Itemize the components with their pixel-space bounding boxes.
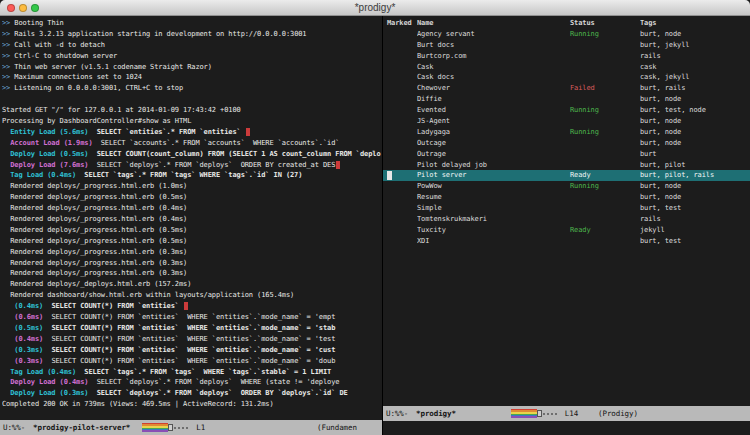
cell-marked: [387, 51, 417, 62]
service-row[interactable]: Agency servantRunningburt, node: [383, 29, 750, 40]
modeline-flags: U:%%-: [386, 409, 408, 418]
log-segment: Rendered deploys/_deploys.html.erb (157.…: [2, 280, 191, 288]
nyan-rainbow-icon: [142, 423, 168, 432]
log-segment: SELECT COUNT(*) FROM `entities` WHERE `e…: [43, 324, 335, 332]
cell-marked: [387, 160, 417, 171]
nyan-cat-icon: [168, 424, 173, 431]
service-row[interactable]: Diffieburt, node: [383, 94, 750, 105]
service-name: Diffie: [417, 94, 570, 105]
log-line: Rendered deploys/_progress.html.erb (0.3…: [2, 268, 382, 279]
log-line: Account Load (1.9ms) SELECT `accounts`.*…: [2, 138, 382, 149]
service-row[interactable]: EventedRunningburt, test, node: [383, 105, 750, 116]
log-segment: Rails 3.2.13 application starting in dev…: [10, 30, 306, 38]
ansi-cursor-block: [246, 128, 250, 136]
service-row[interactable]: Simpleburt, test: [383, 203, 750, 214]
log-segment: Rendered deploys/_progress.html.erb (0.5…: [2, 226, 187, 234]
nyan-mode-progress: [142, 423, 188, 432]
log-line: Entity Load (5.6ms) SELECT `entities`.* …: [2, 127, 382, 138]
status-badge: [570, 160, 640, 171]
service-row[interactable]: PowWowRunningburt, node: [383, 181, 750, 192]
header-cell-tags[interactable]: Tags: [640, 18, 750, 29]
cell-marked: [387, 203, 417, 214]
server-log-pane: >> Booting Thin>> Rails 3.2.13 applicati…: [0, 16, 383, 435]
nyan-track: [174, 427, 188, 429]
service-row[interactable]: TuxcityReadyjekyll: [383, 225, 750, 236]
service-row[interactable]: Pilot delayed jobburt, pilot: [383, 160, 750, 171]
service-row[interactable]: Pilot serverReadyburt, pilot, rails: [383, 170, 750, 181]
log-segment: SELECT COUNT(*) FROM `entities` WHERE `e…: [43, 346, 335, 354]
nyan-mode-progress: [511, 409, 557, 418]
log-line: Rendered deploys/_progress.html.erb (0.4…: [2, 214, 382, 225]
service-row[interactable]: Cask docscask, jekyll: [383, 72, 750, 83]
cell-marked: [387, 149, 417, 160]
log-segment: >>: [2, 52, 10, 60]
log-segment: Listening on 0.0.0.0:3001, CTRL+C to sto…: [10, 84, 183, 92]
service-tags: burt, node: [640, 192, 750, 203]
service-tags: burt, node: [640, 181, 750, 192]
modeline-major-mode: (Fundamen: [317, 423, 357, 432]
log-segment: Booting Thin: [10, 19, 64, 27]
service-name: Resume: [417, 192, 570, 203]
service-row[interactable]: Resumeburt, node: [383, 192, 750, 203]
prodigy-pane: MarkedNameStatusTags Agency servantRunni…: [383, 16, 750, 435]
status-badge: [570, 40, 640, 51]
service-row[interactable]: Burt docsburt, jekyll: [383, 40, 750, 51]
service-table-header[interactable]: MarkedNameStatusTags: [383, 18, 750, 29]
log-segment: Thin web server (v1.5.1 codename Straigh…: [10, 63, 212, 71]
log-segment: Rendered deploys/_progress.html.erb (1.0…: [2, 182, 187, 190]
service-name: XDI: [417, 236, 570, 247]
header-cell-name[interactable]: Name: [417, 18, 570, 29]
cell-marked: [387, 116, 417, 127]
cell-marked: [387, 214, 417, 225]
log-segment: Maximum connections set to 1024: [10, 73, 142, 81]
cell-marked: [387, 29, 417, 40]
log-segment: Ctrl-C to shutdown server: [10, 52, 117, 60]
window-controls: [7, 4, 39, 12]
service-row[interactable]: Outrageburt: [383, 149, 750, 160]
log-line: Rendered deploys/_deploys.html.erb (157.…: [2, 279, 382, 290]
log-line: Rendered deploys/_progress.html.erb (0.5…: [2, 192, 382, 203]
service-row[interactable]: ChewoverFailedburt, rails: [383, 83, 750, 94]
service-row[interactable]: Burtcorp.comrails: [383, 51, 750, 62]
header-cell-status[interactable]: Status: [570, 18, 640, 29]
service-name: PowWow: [417, 181, 570, 192]
header-cell-marked[interactable]: Marked: [387, 18, 417, 29]
status-badge: [570, 62, 640, 73]
log-line: Rendered deploys/_progress.html.erb (1.0…: [2, 181, 382, 192]
log-segment: SELECT COUNT(count_column) FROM (SELECT …: [88, 150, 380, 158]
service-row[interactable]: Outcageburt, node: [383, 138, 750, 149]
zoom-button[interactable]: [31, 4, 39, 12]
service-row[interactable]: Tomtenskrukmakerirails: [383, 214, 750, 225]
log-line: >> Listening on 0.0.0.0:3001, CTRL+C to …: [2, 83, 382, 94]
service-name: Cask docs: [417, 72, 570, 83]
status-badge: [570, 214, 640, 225]
log-segment: >>: [2, 63, 10, 71]
cell-marked: [387, 192, 417, 203]
log-segment: SELECT `deploys`.* FROM `deploys` ORDER …: [88, 389, 347, 397]
service-tags: burt, pilot: [640, 160, 750, 171]
log-line: Deploy Load (7.6ms) SELECT `deploys`.* F…: [2, 160, 382, 171]
log-segment: SELECT `deploys`.* FROM `deploys` ORDER …: [88, 161, 335, 169]
log-segment: Deploy Load (0.4ms): [2, 378, 88, 386]
log-segment: >>: [2, 19, 10, 27]
main-split: >> Booting Thin>> Rails 3.2.13 applicati…: [0, 16, 750, 435]
service-row[interactable]: Caskcask: [383, 62, 750, 73]
log-scroll-area[interactable]: >> Booting Thin>> Rails 3.2.13 applicati…: [0, 16, 382, 420]
service-row[interactable]: LadygagaRunningburt, node: [383, 127, 750, 138]
service-row[interactable]: XDIburt, test: [383, 236, 750, 247]
log-segment: Completed 200 OK in 739ms (Views: 469.5m…: [2, 400, 274, 408]
modeline-right[interactable]: U:%%- *prodigy* L14 (Prodigy): [383, 406, 750, 421]
titlebar[interactable]: *prodigy*: [0, 0, 750, 16]
log-segment: SELECT `deploys`.* FROM `deploys` WHERE …: [88, 378, 339, 386]
log-segment: >>: [2, 41, 10, 49]
service-tags: burt, pilot, rails: [640, 170, 750, 181]
service-row[interactable]: JS-Agentburt, node: [383, 116, 750, 127]
minimize-button[interactable]: [19, 4, 27, 12]
log-segment: SELECT `entities`.* FROM `entities`: [88, 128, 244, 136]
cell-marked: [387, 72, 417, 83]
close-button[interactable]: [7, 4, 15, 12]
log-line: Processing by DashboardController#show a…: [2, 116, 382, 127]
modeline-left[interactable]: U:%%- *prodigy-pilot-server* L1 (Fundame…: [0, 420, 382, 435]
status-badge: [570, 116, 640, 127]
window-title: *prodigy*: [0, 2, 750, 13]
